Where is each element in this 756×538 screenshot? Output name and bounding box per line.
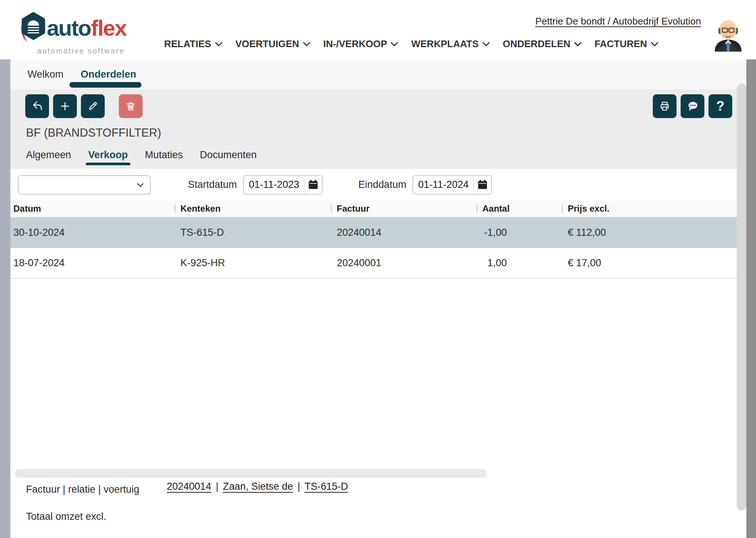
separator: | [216, 481, 218, 492]
calendar-icon [308, 180, 318, 190]
table-row[interactable]: 30-10-2024 TS-615-D 20240014 -1,00 € 112… [10, 217, 746, 248]
einddatum-label: Einddatum [358, 179, 406, 190]
user-avatar[interactable] [713, 16, 743, 52]
add-icon [59, 100, 71, 113]
filter-dropdown[interactable] [18, 175, 151, 195]
calendar-icon [478, 180, 488, 190]
active-subtab-indicator [86, 163, 131, 165]
horizontal-scrollbar[interactable] [15, 469, 487, 478]
edit-button[interactable] [81, 94, 105, 118]
logo-wordmark: autoflex [47, 17, 126, 39]
chat-icon [686, 100, 699, 113]
relatie-link[interactable]: Zaan, Sietse de [223, 481, 293, 492]
startdatum-calendar-button[interactable] [304, 176, 322, 194]
nav-werkplaats[interactable]: WERKPLAATS [411, 38, 490, 50]
chevron-down-icon [137, 183, 144, 187]
user-account-link[interactable]: Pettrie De bondt / Autobedrijf Evolution [535, 16, 701, 27]
edit-icon [87, 100, 99, 113]
autoflex-app: autoflex automotive software RELATIES VO… [0, 0, 756, 538]
chevron-down-icon [215, 42, 223, 46]
delete-icon [124, 100, 137, 113]
column-divider [562, 205, 563, 213]
delete-button[interactable] [119, 94, 143, 118]
chat-button[interactable] [681, 94, 704, 118]
startdatum-label: Startdatum [188, 179, 237, 190]
subtab-mutaties[interactable]: Mutaties [145, 149, 183, 161]
voertuig-link[interactable]: TS-615-D [304, 481, 348, 492]
print-button[interactable] [653, 94, 677, 118]
startdatum-group [243, 175, 323, 195]
total-omzet-label: Totaal omzet excl. [26, 511, 106, 522]
nav-relaties[interactable]: RELATIES [164, 38, 223, 50]
table-footer-area: Factuur | relatie | voertuig 20240014 | … [10, 279, 746, 538]
window-tabbar: Welkom Onderdelen [10, 59, 746, 89]
column-header-kenteken[interactable]: Kenteken [175, 200, 331, 217]
active-tab-indicator [69, 82, 141, 88]
column-header-datum[interactable]: Datum [10, 200, 175, 217]
help-icon: ? [716, 100, 724, 113]
column-divider [476, 205, 478, 213]
column-divider [175, 205, 176, 213]
chevron-down-icon [303, 42, 311, 46]
page-title: BF (BRANDSTOFFILTER) [26, 126, 746, 140]
column-header-factuur[interactable]: Factuur [331, 200, 476, 217]
right-edge-gutter [746, 59, 756, 538]
column-header-aantal[interactable]: Aantal [476, 200, 562, 217]
chevron-down-icon [651, 42, 659, 46]
subtab-verkoop[interactable]: Verkoop [88, 149, 128, 161]
column-divider [331, 205, 332, 213]
toolbar: ? [25, 94, 732, 118]
left-edge-gutter [0, 59, 10, 538]
separator: | [297, 481, 300, 492]
filter-row: Startdatum Einddatum [10, 169, 746, 200]
einddatum-calendar-button[interactable] [473, 176, 491, 194]
detail-panel-header: ? BF (BRANDSTOFFILTER) Algemeen Verkoop … [10, 89, 746, 169]
subtab-documenten[interactable]: Documenten [200, 149, 257, 161]
chevron-down-icon [482, 42, 490, 46]
einddatum-input[interactable] [413, 176, 473, 194]
tab-onderdelen[interactable]: Onderdelen [81, 67, 136, 82]
subtab-algemeen[interactable]: Algemeen [26, 149, 71, 161]
print-icon [658, 100, 671, 113]
add-button[interactable] [53, 94, 77, 118]
vertical-scrollbar[interactable] [737, 84, 746, 511]
tab-welkom[interactable]: Welkom [27, 67, 63, 82]
chevron-down-icon [390, 42, 398, 46]
nav-in-verkoop[interactable]: IN-/VERKOOP [323, 38, 399, 50]
column-header-prijs[interactable]: Prijs excl. [562, 200, 746, 217]
app-header: autoflex automotive software RELATIES VO… [0, 0, 756, 59]
nav-voertuigen[interactable]: VOERTUIGEN [235, 38, 311, 50]
autoflex-logo-icon [19, 11, 46, 45]
help-button[interactable]: ? [708, 94, 732, 118]
footer-selection-links: 20240014 | Zaan, Sietse de | TS-615-D [167, 481, 348, 492]
logo-tagline: automotive software [37, 47, 126, 55]
table-row[interactable]: 18-07-2024 K-925-HR 20240001 1,00 € 17,0… [10, 248, 746, 279]
einddatum-group [413, 175, 492, 195]
nav-facturen[interactable]: FACTUREN [594, 38, 659, 50]
back-icon [31, 100, 43, 113]
table-header: Datum Kenteken Factuur Aantal Prijs excl… [10, 200, 746, 217]
footer-selection-label: Factuur | relatie | voertuig [26, 484, 139, 495]
back-button[interactable] [25, 94, 49, 118]
nav-onderdelen[interactable]: ONDERDELEN [503, 38, 582, 50]
detail-subtabs: Algemeen Verkoop Mutaties Documenten [26, 149, 746, 161]
autoflex-logo[interactable]: autoflex automotive software [19, 11, 126, 55]
factuur-link[interactable]: 20240014 [167, 481, 211, 492]
chevron-down-icon [574, 42, 582, 46]
startdatum-input[interactable] [244, 176, 304, 194]
main-nav: RELATIES VOERTUIGEN IN-/VERKOOP WERKPLAA… [164, 38, 659, 50]
